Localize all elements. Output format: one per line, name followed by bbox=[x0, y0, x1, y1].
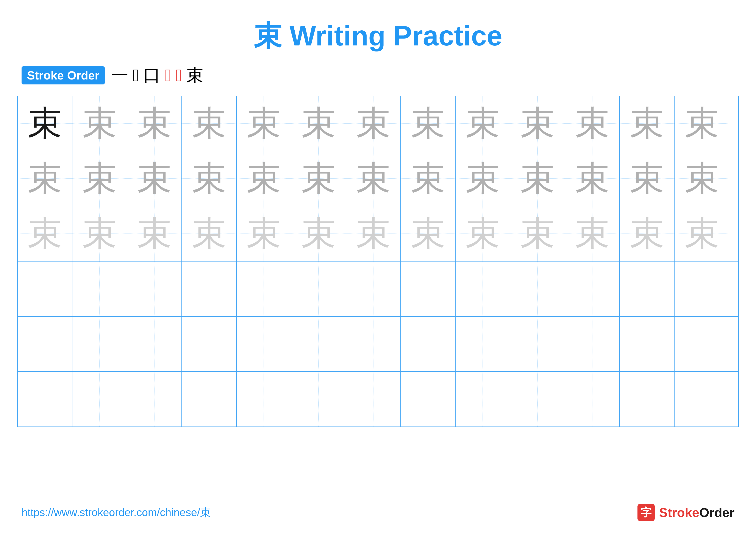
grid-row-2: 束 束 束 束 束 束 束 束 束 束 束 束 bbox=[18, 151, 738, 206]
grid-row-5 bbox=[18, 317, 738, 372]
grid-cell-r3-c5: 束 bbox=[237, 206, 291, 261]
grid-cell-r6-c3[interactable] bbox=[127, 372, 182, 426]
char-r3-c9: 束 bbox=[466, 211, 500, 257]
grid-cell-r1-c2: 束 bbox=[72, 96, 127, 151]
grid-cell-r3-c11: 束 bbox=[565, 206, 620, 261]
grid-cell-r3-c1: 束 bbox=[18, 206, 72, 261]
grid-cell-r5-c10[interactable] bbox=[510, 317, 565, 371]
grid-cell-r2-c8: 束 bbox=[401, 151, 456, 206]
grid-cell-r1-c13: 束 bbox=[675, 96, 729, 151]
grid-cell-r4-c12[interactable] bbox=[620, 262, 675, 316]
grid-cell-r1-c3: 束 bbox=[127, 96, 182, 151]
grid-cell-r6-c11[interactable] bbox=[565, 372, 620, 426]
grid-row-1: 束 束 束 束 束 束 束 束 束 束 束 束 bbox=[18, 96, 738, 151]
char-r1-c3: 束 bbox=[137, 100, 172, 147]
footer-url: https://www.strokeorder.com/chinese/束 bbox=[21, 505, 211, 520]
grid-cell-r4-c9[interactable] bbox=[456, 262, 510, 316]
stroke-step-4: 𰃮 bbox=[165, 66, 171, 85]
grid-cell-r4-c7[interactable] bbox=[346, 262, 401, 316]
char-r3-c3: 束 bbox=[137, 211, 172, 257]
grid-cell-r1-c5: 束 bbox=[237, 96, 291, 151]
char-r3-c4: 束 bbox=[192, 211, 226, 257]
grid-cell-r4-c10[interactable] bbox=[510, 262, 565, 316]
grid-cell-r5-c4[interactable] bbox=[182, 317, 237, 371]
grid-cell-r6-c6[interactable] bbox=[291, 372, 346, 426]
stroke-steps: 一 𠄌 口 𰃮 𰃮 束 bbox=[111, 64, 203, 87]
grid-cell-r6-c9[interactable] bbox=[456, 372, 510, 426]
grid-cell-r5-c5[interactable] bbox=[237, 317, 291, 371]
grid-cell-r3-c6: 束 bbox=[291, 206, 346, 261]
grid-cell-r5-c7[interactable] bbox=[346, 317, 401, 371]
grid-cell-r2-c2: 束 bbox=[72, 151, 127, 206]
grid-cell-r3-c9: 束 bbox=[456, 206, 510, 261]
grid-cell-r1-c7: 束 bbox=[346, 96, 401, 151]
char-r2-c10: 束 bbox=[520, 155, 555, 202]
grid-cell-r3-c10: 束 bbox=[510, 206, 565, 261]
grid-cell-r4-c13[interactable] bbox=[675, 262, 729, 316]
grid-cell-r2-c10: 束 bbox=[510, 151, 565, 206]
grid-cell-r6-c4[interactable] bbox=[182, 372, 237, 426]
char-r2-c11: 束 bbox=[575, 155, 609, 202]
grid-cell-r4-c2[interactable] bbox=[72, 262, 127, 316]
grid-cell-r4-c8[interactable] bbox=[401, 262, 456, 316]
char-r2-c9: 束 bbox=[466, 155, 500, 202]
grid-cell-r3-c12: 束 bbox=[620, 206, 675, 261]
grid-cell-r4-c5[interactable] bbox=[237, 262, 291, 316]
grid-cell-r2-c9: 束 bbox=[456, 151, 510, 206]
grid-cell-r4-c4[interactable] bbox=[182, 262, 237, 316]
char-r3-c7: 束 bbox=[356, 211, 391, 257]
grid-cell-r6-c5[interactable] bbox=[237, 372, 291, 426]
grid-cell-r4-c1[interactable] bbox=[18, 262, 72, 316]
char-r1-c1: 束 bbox=[28, 100, 62, 147]
grid-cell-r6-c7[interactable] bbox=[346, 372, 401, 426]
char-r2-c5: 束 bbox=[247, 155, 281, 202]
grid-cell-r6-c13[interactable] bbox=[675, 372, 729, 426]
logo-char: 字 bbox=[641, 505, 652, 520]
stroke-step-3: 口 bbox=[143, 64, 161, 87]
char-r3-c10: 束 bbox=[520, 211, 555, 257]
char-r3-c2: 束 bbox=[82, 211, 117, 257]
title-text: Writing Practice bbox=[282, 20, 502, 51]
char-r3-c6: 束 bbox=[301, 211, 336, 257]
grid-cell-r2-c4: 束 bbox=[182, 151, 237, 206]
grid-row-3: 束 束 束 束 束 束 束 束 束 束 束 束 bbox=[18, 206, 738, 262]
grid-cell-r2-c7: 束 bbox=[346, 151, 401, 206]
grid-cell-r3-c13: 束 bbox=[675, 206, 729, 261]
char-r2-c2: 束 bbox=[82, 155, 117, 202]
char-r1-c9: 束 bbox=[466, 100, 500, 147]
grid-cell-r4-c3[interactable] bbox=[127, 262, 182, 316]
grid-cell-r5-c9[interactable] bbox=[456, 317, 510, 371]
footer: https://www.strokeorder.com/chinese/束 字 … bbox=[0, 504, 756, 521]
practice-grid: 束 束 束 束 束 束 束 束 束 束 束 束 bbox=[17, 96, 739, 427]
grid-cell-r6-c10[interactable] bbox=[510, 372, 565, 426]
char-r1-c6: 束 bbox=[301, 100, 336, 147]
char-r1-c12: 束 bbox=[630, 100, 664, 147]
grid-cell-r6-c12[interactable] bbox=[620, 372, 675, 426]
grid-cell-r5-c1[interactable] bbox=[18, 317, 72, 371]
grid-cell-r5-c12[interactable] bbox=[620, 317, 675, 371]
grid-cell-r5-c11[interactable] bbox=[565, 317, 620, 371]
grid-cell-r5-c6[interactable] bbox=[291, 317, 346, 371]
grid-cell-r5-c2[interactable] bbox=[72, 317, 127, 371]
grid-cell-r2-c1: 束 bbox=[18, 151, 72, 206]
stroke-step-6: 束 bbox=[186, 64, 203, 87]
logo-icon: 字 bbox=[637, 504, 655, 521]
grid-cell-r5-c8[interactable] bbox=[401, 317, 456, 371]
grid-cell-r4-c6[interactable] bbox=[291, 262, 346, 316]
title-char: 束 bbox=[254, 20, 282, 51]
char-r3-c8: 束 bbox=[411, 211, 445, 257]
stroke-step-5: 𰃮 bbox=[176, 66, 182, 85]
char-r3-c5: 束 bbox=[247, 211, 281, 257]
char-r2-c1: 束 bbox=[28, 155, 62, 202]
grid-cell-r1-c1: 束 bbox=[18, 96, 72, 151]
grid-cell-r6-c1[interactable] bbox=[18, 372, 72, 426]
grid-cell-r1-c10: 束 bbox=[510, 96, 565, 151]
grid-cell-r6-c8[interactable] bbox=[401, 372, 456, 426]
char-r3-c11: 束 bbox=[575, 211, 609, 257]
grid-cell-r5-c3[interactable] bbox=[127, 317, 182, 371]
grid-cell-r4-c11[interactable] bbox=[565, 262, 620, 316]
logo-text: StrokeOrder bbox=[659, 505, 735, 520]
grid-cell-r5-c13[interactable] bbox=[675, 317, 729, 371]
grid-cell-r6-c2[interactable] bbox=[72, 372, 127, 426]
stroke-order-badge: Stroke Order bbox=[21, 66, 105, 85]
